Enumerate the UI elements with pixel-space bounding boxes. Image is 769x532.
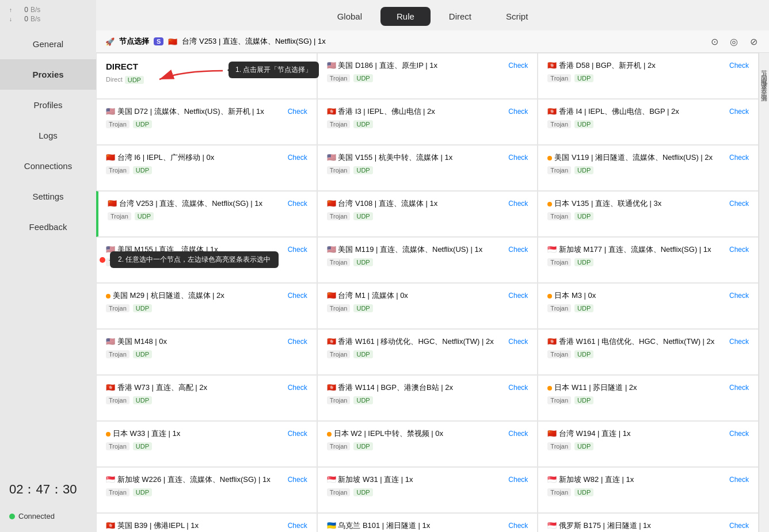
sidebar-item-proxies[interactable]: Proxies xyxy=(0,59,96,90)
proxy-header-left[interactable]: 🚀 节点选择 S 🇨🇳 台湾 V253 | 直连、流媒体、Netflix(SG)… xyxy=(105,36,708,47)
check-btn[interactable]: Check xyxy=(288,106,307,117)
check-btn[interactable]: Check xyxy=(508,428,528,439)
proxy-card-hk-w114[interactable]: 🇭🇰 香港 W114 | BGP、港澳台B站 | 2x Check Trojan… xyxy=(317,375,538,421)
tab-global[interactable]: Global xyxy=(321,7,378,26)
check-btn[interactable]: Check xyxy=(288,198,307,209)
proxy-card-sg-m177[interactable]: 🇸🇬 新加坡 M177 | 直连、流媒体、Netflix(SG) | 1x Ch… xyxy=(538,237,759,283)
proxy-card-us-m119[interactable]: 🇺🇸 美国 M119 | 直连、流媒体、Netflix(US) | 1x Che… xyxy=(317,237,538,283)
check-btn[interactable]: Check xyxy=(288,336,307,347)
proxy-content: DIRECT Check Direct UDP 🇺🇸 美国 D186 | 直连、… xyxy=(96,53,769,532)
proxy-card-tw-v108[interactable]: 🇨🇳 台湾 V108 | 直连、流媒体 | 1x Check Trojan UD… xyxy=(317,191,538,237)
proxy-name: 🇺🇸 美国 D72 | 流媒体、Netflix(US)、新开机 | 1x xyxy=(106,106,288,117)
wifi-icon[interactable]: ⊙ xyxy=(708,35,721,48)
check-btn[interactable]: Check xyxy=(508,290,528,301)
type-badge: Trojan xyxy=(106,396,130,404)
check-btn[interactable]: Check xyxy=(288,474,307,485)
type-badge: Trojan xyxy=(327,212,351,220)
check-btn[interactable]: Check xyxy=(288,428,307,439)
check-btn[interactable]: Check xyxy=(729,428,749,439)
proxy-card-jp-v135[interactable]: 日本 V135 | 直连、联通优化 | 3x Check Trojan UDP xyxy=(538,191,759,237)
proxy-card-jp-w33[interactable]: 日本 W33 | 直连 | 1x Check Trojan UDP xyxy=(96,421,317,467)
proxy-name: 🇭🇰 香港 W161 | 移动优化、HGC、Netflix(TW) | 2x xyxy=(327,336,509,347)
check-btn[interactable]: Check xyxy=(288,290,307,301)
check-btn[interactable]: Check xyxy=(508,474,528,485)
check-btn[interactable]: Check xyxy=(729,474,749,485)
eye-slash-icon[interactable]: ⊘ xyxy=(747,35,760,48)
check-btn[interactable]: Check xyxy=(729,106,749,117)
check-btn[interactable]: Check xyxy=(508,336,528,347)
proxy-card-hk-w73[interactable]: 🇭🇰 香港 W73 | 直连、高配 | 2x Check Trojan UDP xyxy=(96,375,317,421)
check-btn[interactable]: Check xyxy=(729,520,749,531)
udp-badge: UDP xyxy=(133,166,152,174)
proxy-card-tw-v253[interactable]: 🇨🇳 台湾 V253 | 直连、流媒体、Netflix(SG) | 1x Che… xyxy=(96,191,317,237)
udp-badge: UDP xyxy=(574,442,593,450)
udp-badge: UDP xyxy=(574,396,593,404)
proxy-card-uk-b39[interactable]: 🇭🇰 英国 B39 | 佛港IEPL | 1x Check Trojan UDP xyxy=(96,513,317,532)
right-label-7: 谷 xyxy=(760,82,768,82)
check-btn[interactable]: Check xyxy=(508,152,528,163)
udp-badge: UDP xyxy=(574,258,593,266)
check-btn[interactable]: Check xyxy=(288,244,307,255)
sidebar-item-settings[interactable]: Settings xyxy=(0,181,96,212)
proxy-card-tw-i6[interactable]: 🇨🇳 台湾 I6 | IEPL、广州移动 | 0x Check Trojan U… xyxy=(96,145,317,191)
tab-script[interactable]: Script xyxy=(490,7,544,26)
proxy-card-jp-m3[interactable]: 日本 M3 | 0x Check Trojan UDP xyxy=(538,283,759,329)
check-btn[interactable]: Check xyxy=(508,520,528,531)
check-btn[interactable]: Check xyxy=(288,152,307,163)
proxy-card-us-d72[interactable]: 🇺🇸 美国 D72 | 流媒体、Netflix(US)、新开机 | 1x Che… xyxy=(96,99,317,145)
sidebar-item-profiles[interactable]: Profiles xyxy=(0,90,96,120)
signal-icon[interactable]: ◎ xyxy=(728,35,740,48)
check-btn[interactable]: Check xyxy=(729,60,749,71)
sidebar-item-general[interactable]: General xyxy=(0,29,96,59)
check-btn[interactable]: Check xyxy=(729,198,749,209)
proxy-card-hk-i3[interactable]: 🇭🇰 香港 I3 | IEPL、佛山电信 | 2x Check Trojan U… xyxy=(317,99,538,145)
sidebar-item-logs[interactable]: Logs xyxy=(0,120,96,151)
check-btn[interactable]: Check xyxy=(508,382,528,393)
proxy-card-tw-m1[interactable]: 🇨🇳 台湾 M1 | 流媒体 | 0x Check Trojan UDP xyxy=(317,283,538,329)
check-btn[interactable]: Check xyxy=(729,244,749,255)
proxy-card-jp-w2[interactable]: 日本 W2 | IEPL中转、禁视频 | 0x Check Trojan UDP xyxy=(317,421,538,467)
proxy-card-us-v155[interactable]: 🇺🇸 美国 V155 | 杭美中转、流媒体 | 1x Check Trojan … xyxy=(317,145,538,191)
proxy-card-us-m155[interactable]: 🇺🇸 美国 M155 | 直连、流媒体 | 1x Check Trojan UD… xyxy=(96,237,317,283)
tab-rule[interactable]: Rule xyxy=(380,7,431,26)
check-btn[interactable]: Check xyxy=(729,152,749,163)
sidebar-item-connections[interactable]: Connections xyxy=(0,151,96,181)
proxy-card-ru-b175[interactable]: 🇸🇬 俄罗斯 B175 | 湘日隧道 | 1x Check Trojan UDP xyxy=(538,513,759,532)
type-badge: Trojan xyxy=(327,166,351,174)
proxy-card-hk-w161-mobile[interactable]: 🇭🇰 香港 W161 | 移动优化、HGC、Netflix(TW) | 2x C… xyxy=(317,329,538,375)
udp-badge: UDP xyxy=(133,488,152,496)
proxy-card-jp-w11[interactable]: 日本 W11 | 苏日隧道 | 2x Check Trojan UDP xyxy=(538,375,759,421)
check-btn[interactable]: Check xyxy=(729,336,749,347)
proxy-card-ua-b101[interactable]: 🇺🇦 乌克兰 B101 | 湘日隧道 | 1x Check Trojan UDP xyxy=(317,513,538,532)
check-btn[interactable]: Check xyxy=(729,382,749,393)
proxy-group-label: 节点选择 xyxy=(119,36,149,47)
sidebar: ↑ 0 B/s ↓ 0 B/s General Proxies Profiles… xyxy=(0,0,96,532)
download-unit: B/s xyxy=(31,15,40,23)
proxy-card-us-m29[interactable]: 美国 M29 | 杭日隧道、流媒体 | 2x Check Trojan UDP xyxy=(96,283,317,329)
tab-direct[interactable]: Direct xyxy=(433,7,488,26)
check-btn[interactable]: Check xyxy=(288,382,307,393)
proxy-name: 🇸🇬 新加坡 M177 | 直连、流媒体、Netflix(SG) | 1x xyxy=(547,244,729,255)
proxy-card-sg-w31[interactable]: 🇸🇬 新加坡 W31 | 直连 | 1x Check Trojan UDP xyxy=(317,467,538,513)
right-label-4: 电 xyxy=(760,73,768,74)
proxy-card-sg-w82[interactable]: 🇸🇬 新加坡 W82 | 直连 | 1x Check Trojan UDP xyxy=(538,467,759,513)
proxy-card-us-v119[interactable]: 美国 V119 | 湘日隧道、流媒体、Netflix(US) | 2x Chec… xyxy=(538,145,759,191)
check-btn[interactable]: Check xyxy=(508,198,528,209)
proxy-card-hk-i4[interactable]: 🇭🇰 香港 I4 | IEPL、佛山电信、BGP | 2x Check Troj… xyxy=(538,99,759,145)
proxy-card-us-m148[interactable]: 🇺🇸 美国 M148 | 0x Check Trojan UDP xyxy=(96,329,317,375)
proxy-card-us-d186[interactable]: 🇺🇸 美国 D186 | 直连、原生IP | 1x Check Trojan U… xyxy=(317,53,538,99)
right-label-2: 点 xyxy=(760,67,768,68)
proxy-card-sg-w226[interactable]: 🇸🇬 新加坡 W226 | 直连、流媒体、Netflix(SG) | 1x Ch… xyxy=(96,467,317,513)
proxy-card-hk-w161-telecom[interactable]: 🇭🇰 香港 W161 | 电信优化、HGC、Netflix(TW) | 2x C… xyxy=(538,329,759,375)
check-btn[interactable]: Check xyxy=(508,244,528,255)
sidebar-time: 02：47：30 xyxy=(0,472,96,507)
check-btn[interactable]: Check xyxy=(288,520,307,531)
udp-badge: UDP xyxy=(135,212,154,220)
check-btn[interactable]: Check xyxy=(729,290,749,301)
proxy-card-hk-d58[interactable]: 🇭🇰 香港 D58 | BGP、新开机 | 2x Check Trojan UD… xyxy=(538,53,759,99)
sidebar-item-feedback[interactable]: Feedback xyxy=(0,212,96,242)
udp-badge: UDP xyxy=(574,212,593,220)
proxy-card-tw-w194[interactable]: 🇨🇳 台湾 W194 | 直连 | 1x Check Trojan UDP xyxy=(538,421,759,467)
check-btn[interactable]: Check xyxy=(508,106,528,117)
check-btn[interactable]: Check xyxy=(508,60,528,71)
